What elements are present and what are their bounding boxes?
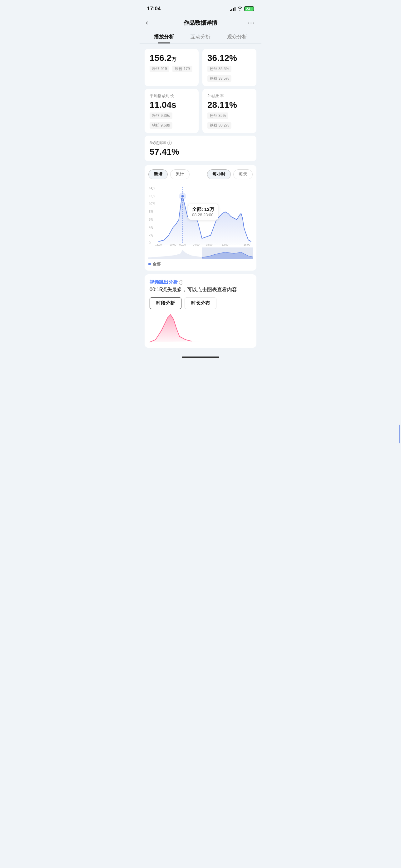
status-time: 17:04 [147,6,161,12]
svg-text:16:00: 16:00 [244,243,250,246]
svg-text:0: 0 [149,241,151,245]
info-icon: i [167,141,172,145]
bottom-chart-svg [149,312,252,343]
svg-text:00:00: 00:00 [179,243,186,246]
top-stats-row: 156.2万 粉丝 919 铁粉 179 36.12% 粉丝 35.5% 铁粉 … [144,44,257,89]
bounce-fans: 粉丝 35% [207,113,228,119]
avg-play-value: 11.04s [149,100,194,110]
main-content: 156.2万 粉丝 919 铁粉 179 36.12% 粉丝 35.5% 铁粉 … [140,44,261,348]
svg-text:04:00: 04:00 [193,243,200,246]
svg-text:08:00: 08:00 [206,243,212,246]
avg-play-iron-fans: 铁粉 9.68s [149,122,172,129]
svg-text:4万: 4万 [149,226,154,229]
bounce-sub: 粉丝 35% 铁粉 30.2% [207,113,252,129]
back-button[interactable]: ‹ [146,19,157,27]
avg-play-sub: 粉丝 9.39s 铁粉 9.68s [149,113,194,129]
svg-text:14万: 14万 [149,187,155,190]
completion-5s-label: 5s完播率 [149,140,166,146]
completion-5s-card: 5s完播率 i 57.41% [144,135,257,161]
minimap-svg [148,247,253,259]
middle-stats-row: 平均播放时长 11.04s 粉丝 9.39s 铁粉 9.68s 2s跳出率 28… [144,89,257,135]
analysis-subtitle: 00:15流失最多，可以点击图表查看内容 [149,286,252,293]
minimap[interactable] [148,247,253,259]
video-analysis-section: 视频跳出分析 i 00:15流失最多，可以点击图表查看内容 时段分析 时长分布 [144,274,257,348]
main-chart[interactable]: 14万 12万 10万 8万 6万 4万 2万 0 [148,184,253,246]
plays-fans: 粉丝 919 [149,66,169,72]
svg-text:10万: 10万 [149,202,155,206]
more-button[interactable]: ··· [244,19,255,27]
toggle-new-btn[interactable]: 新增 [148,169,168,179]
analysis-info-icon: i [179,280,183,285]
chart-svg: 14万 12万 10万 8万 6万 4万 2万 0 [148,184,253,246]
svg-point-10 [179,192,186,200]
completion-value: 36.12% [207,53,252,63]
completion-fans: 粉丝 35.5% [207,66,231,72]
home-indicator [140,351,261,361]
svg-text:16:00: 16:00 [155,243,162,246]
completion-card: 36.12% 粉丝 35.5% 铁粉 38.5% [202,49,257,86]
bounce-card: 2s跳出率 28.11% 粉丝 35% 铁粉 30.2% [202,89,257,133]
toggle-hourly-btn[interactable]: 每小时 [207,169,231,179]
bounce-label: 2s跳出率 [207,93,252,99]
bounce-iron-fans: 铁粉 30.2% [207,122,231,129]
tab-audience-analysis[interactable]: 观众分析 [219,30,255,43]
analysis-toggle-row: 时段分析 时长分布 [149,298,252,309]
chart-legend: 全部 [148,259,253,268]
completion-iron-fans: 铁粉 38.5% [207,75,231,82]
signal-icon [230,6,235,11]
legend-label: 全部 [153,261,161,267]
plays-iron-fans: 铁粉 179 [172,66,192,72]
analysis-title: 视频跳出分析 [149,279,178,285]
svg-text:2万: 2万 [149,234,154,237]
home-bar [182,356,219,358]
completion-5s-value: 57.41% [149,147,252,157]
completion-sub: 粉丝 35.5% 铁粉 38.5% [207,66,252,82]
analysis-btn-duration[interactable]: 时长分布 [185,298,216,309]
analysis-btn-period[interactable]: 时段分析 [149,298,181,309]
avg-play-card: 平均播放时长 11.04s 粉丝 9.39s 铁粉 9.68s [144,89,199,133]
toggle-daily-btn[interactable]: 每天 [233,169,253,179]
svg-text:12:00: 12:00 [222,243,228,246]
toggle-cumulative-btn[interactable]: 累计 [170,169,190,179]
plays-sub: 粉丝 919 铁粉 179 [149,66,194,72]
avg-play-label: 平均播放时长 [149,93,194,99]
status-bar: 17:04 23+ [140,0,261,16]
status-icons: 23+ [230,6,254,11]
page-title: 作品数据详情 [183,19,218,27]
tab-play-analysis[interactable]: 播放分析 [146,30,182,43]
plays-card: 156.2万 粉丝 919 铁粉 179 [144,49,199,86]
time-toggle-group: 每小时 每天 [207,169,253,179]
svg-text:8万: 8万 [149,210,154,213]
plays-value: 156.2万 [149,53,194,63]
bounce-value: 28.11% [207,100,252,110]
chart-toggle-row: 新增 累计 每小时 每天 [148,169,253,179]
svg-text:20:00: 20:00 [170,243,176,246]
chart-section: 新增 累计 每小时 每天 14万 12万 10万 8万 6万 4万 2万 0 [144,165,257,271]
svg-text:12万: 12万 [149,194,155,198]
nav-bar: ‹ 作品数据详情 ··· [140,16,261,30]
tab-bar: 播放分析 互动分析 观众分析 [140,30,261,44]
tab-interaction-analysis[interactable]: 互动分析 [182,30,219,43]
legend-dot [148,263,151,265]
svg-text:6万: 6万 [149,218,154,221]
bottom-chart[interactable] [149,312,252,343]
battery-badge: 23+ [244,6,254,11]
avg-play-fans: 粉丝 9.39s [149,113,172,119]
type-toggle-group: 新增 累计 [148,169,190,179]
wifi-icon [237,6,242,11]
